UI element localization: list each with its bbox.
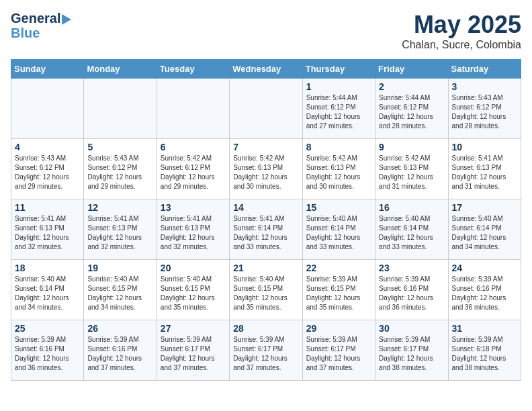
day-info: Sunrise: 5:39 AM Sunset: 6:17 PM Dayligh…	[233, 335, 298, 373]
day-number: 23	[379, 263, 444, 273]
day-info: Sunrise: 5:39 AM Sunset: 6:16 PM Dayligh…	[87, 335, 152, 373]
day-number: 30	[379, 323, 444, 334]
day-info: Sunrise: 5:39 AM Sunset: 6:17 PM Dayligh…	[161, 335, 226, 373]
day-number: 3	[452, 81, 517, 92]
title-block: May 2025 Chalan, Sucre, Colombia	[402, 11, 521, 51]
day-number: 21	[233, 263, 298, 273]
day-number: 6	[161, 142, 226, 152]
weekday-header-thursday: Thursday	[302, 60, 375, 79]
day-number: 17	[452, 202, 517, 213]
day-number: 12	[87, 202, 152, 213]
calendar-cell: 2Sunrise: 5:44 AM Sunset: 6:12 PM Daylig…	[375, 79, 448, 139]
calendar-cell: 15Sunrise: 5:40 AM Sunset: 6:14 PM Dayli…	[302, 199, 375, 260]
day-number: 8	[306, 142, 371, 152]
day-info: Sunrise: 5:43 AM Sunset: 6:12 PM Dayligh…	[15, 154, 80, 191]
day-number: 1	[306, 81, 371, 92]
calendar-cell: 9Sunrise: 5:42 AM Sunset: 6:13 PM Daylig…	[375, 139, 448, 199]
calendar-cell: 8Sunrise: 5:42 AM Sunset: 6:13 PM Daylig…	[302, 139, 375, 199]
day-info: Sunrise: 5:39 AM Sunset: 6:17 PM Dayligh…	[379, 335, 444, 373]
calendar-cell: 11Sunrise: 5:41 AM Sunset: 6:13 PM Dayli…	[11, 199, 84, 260]
day-info: Sunrise: 5:41 AM Sunset: 6:14 PM Dayligh…	[233, 214, 298, 252]
calendar-cell: 3Sunrise: 5:43 AM Sunset: 6:12 PM Daylig…	[448, 79, 521, 139]
day-info: Sunrise: 5:42 AM Sunset: 6:13 PM Dayligh…	[306, 154, 371, 191]
weekday-header-sunday: Sunday	[11, 60, 84, 79]
week-row-1: 1Sunrise: 5:44 AM Sunset: 6:12 PM Daylig…	[11, 79, 521, 139]
calendar-cell: 7Sunrise: 5:42 AM Sunset: 6:13 PM Daylig…	[230, 139, 302, 199]
day-number: 26	[87, 323, 152, 334]
day-number: 24	[452, 263, 517, 273]
day-info: Sunrise: 5:42 AM Sunset: 6:12 PM Dayligh…	[161, 154, 226, 191]
day-info: Sunrise: 5:39 AM Sunset: 6:16 PM Dayligh…	[379, 275, 444, 312]
day-number: 28	[233, 323, 298, 334]
day-info: Sunrise: 5:43 AM Sunset: 6:12 PM Dayligh…	[87, 154, 152, 191]
day-number: 18	[15, 263, 80, 273]
day-number: 27	[161, 323, 226, 334]
day-info: Sunrise: 5:44 AM Sunset: 6:12 PM Dayligh…	[379, 93, 444, 131]
calendar-cell: 18Sunrise: 5:40 AM Sunset: 6:14 PM Dayli…	[11, 260, 84, 320]
calendar-subtitle: Chalan, Sucre, Colombia	[402, 39, 521, 51]
calendar-cell: 29Sunrise: 5:39 AM Sunset: 6:17 PM Dayli…	[302, 320, 375, 381]
calendar-cell	[11, 79, 84, 139]
day-info: Sunrise: 5:40 AM Sunset: 6:15 PM Dayligh…	[87, 275, 152, 312]
calendar-cell: 6Sunrise: 5:42 AM Sunset: 6:12 PM Daylig…	[157, 139, 229, 199]
calendar-cell: 24Sunrise: 5:39 AM Sunset: 6:16 PM Dayli…	[448, 260, 521, 320]
day-number: 9	[379, 142, 444, 152]
day-info: Sunrise: 5:40 AM Sunset: 6:15 PM Dayligh…	[233, 275, 298, 312]
day-number: 13	[161, 202, 226, 213]
day-number: 22	[306, 263, 371, 273]
calendar-cell: 5Sunrise: 5:43 AM Sunset: 6:12 PM Daylig…	[84, 139, 157, 199]
day-number: 16	[379, 202, 444, 213]
day-number: 29	[306, 323, 371, 334]
calendar-cell: 21Sunrise: 5:40 AM Sunset: 6:15 PM Dayli…	[230, 260, 302, 320]
calendar-cell: 26Sunrise: 5:39 AM Sunset: 6:16 PM Dayli…	[84, 320, 157, 381]
calendar-cell: 1Sunrise: 5:44 AM Sunset: 6:12 PM Daylig…	[302, 79, 375, 139]
week-row-4: 18Sunrise: 5:40 AM Sunset: 6:14 PM Dayli…	[11, 260, 521, 320]
calendar-cell	[157, 79, 229, 139]
day-info: Sunrise: 5:40 AM Sunset: 6:14 PM Dayligh…	[15, 275, 80, 312]
weekday-header-saturday: Saturday	[448, 60, 521, 79]
calendar-cell: 16Sunrise: 5:40 AM Sunset: 6:14 PM Dayli…	[375, 199, 448, 260]
day-number: 31	[452, 323, 517, 334]
weekday-header-friday: Friday	[375, 60, 448, 79]
day-info: Sunrise: 5:42 AM Sunset: 6:13 PM Dayligh…	[233, 154, 298, 191]
day-info: Sunrise: 5:43 AM Sunset: 6:12 PM Dayligh…	[452, 93, 517, 131]
day-info: Sunrise: 5:39 AM Sunset: 6:15 PM Dayligh…	[306, 275, 371, 312]
day-info: Sunrise: 5:40 AM Sunset: 6:15 PM Dayligh…	[161, 275, 226, 312]
calendar-cell: 31Sunrise: 5:39 AM Sunset: 6:18 PM Dayli…	[448, 320, 521, 381]
calendar-cell: 17Sunrise: 5:40 AM Sunset: 6:14 PM Dayli…	[448, 199, 521, 260]
calendar-cell: 10Sunrise: 5:41 AM Sunset: 6:13 PM Dayli…	[448, 139, 521, 199]
day-number: 7	[233, 142, 298, 152]
calendar-cell	[230, 79, 302, 139]
day-info: Sunrise: 5:39 AM Sunset: 6:17 PM Dayligh…	[306, 335, 371, 373]
day-number: 10	[452, 142, 517, 152]
day-number: 20	[161, 263, 226, 273]
day-info: Sunrise: 5:40 AM Sunset: 6:14 PM Dayligh…	[379, 214, 444, 252]
day-info: Sunrise: 5:41 AM Sunset: 6:13 PM Dayligh…	[15, 214, 80, 252]
day-number: 14	[233, 202, 298, 213]
calendar-cell: 20Sunrise: 5:40 AM Sunset: 6:15 PM Dayli…	[157, 260, 229, 320]
day-number: 4	[15, 142, 80, 152]
logo: General Blue	[11, 11, 71, 40]
day-number: 19	[87, 263, 152, 273]
day-number: 11	[15, 202, 80, 213]
day-info: Sunrise: 5:44 AM Sunset: 6:12 PM Dayligh…	[306, 93, 371, 131]
weekday-header-wednesday: Wednesday	[230, 60, 302, 79]
calendar-cell: 25Sunrise: 5:39 AM Sunset: 6:16 PM Dayli…	[11, 320, 84, 381]
calendar-cell: 13Sunrise: 5:41 AM Sunset: 6:13 PM Dayli…	[157, 199, 229, 260]
calendar-cell: 14Sunrise: 5:41 AM Sunset: 6:14 PM Dayli…	[230, 199, 302, 260]
day-info: Sunrise: 5:39 AM Sunset: 6:18 PM Dayligh…	[452, 335, 517, 373]
week-row-2: 4Sunrise: 5:43 AM Sunset: 6:12 PM Daylig…	[11, 139, 521, 199]
week-row-3: 11Sunrise: 5:41 AM Sunset: 6:13 PM Dayli…	[11, 199, 521, 260]
calendar-cell: 27Sunrise: 5:39 AM Sunset: 6:17 PM Dayli…	[157, 320, 229, 381]
day-number: 25	[15, 323, 80, 334]
weekday-header-tuesday: Tuesday	[157, 60, 229, 79]
day-number: 5	[87, 142, 152, 152]
page-header: General Blue May 2025 Chalan, Sucre, Col…	[11, 11, 521, 51]
day-number: 2	[379, 81, 444, 92]
calendar-title: May 2025	[402, 11, 521, 39]
day-info: Sunrise: 5:39 AM Sunset: 6:16 PM Dayligh…	[452, 275, 517, 312]
day-info: Sunrise: 5:40 AM Sunset: 6:14 PM Dayligh…	[306, 214, 371, 252]
calendar-table: SundayMondayTuesdayWednesdayThursdayFrid…	[11, 59, 521, 381]
calendar-cell: 28Sunrise: 5:39 AM Sunset: 6:17 PM Dayli…	[230, 320, 302, 381]
calendar-cell: 30Sunrise: 5:39 AM Sunset: 6:17 PM Dayli…	[375, 320, 448, 381]
